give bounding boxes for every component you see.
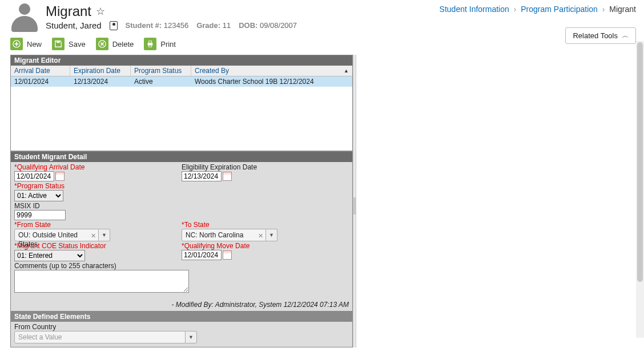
scrollbar-thumb[interactable] [637, 42, 643, 282]
calendar-icon[interactable] [55, 172, 65, 181]
save-label: Save [69, 40, 86, 48]
avatar [10, 3, 39, 32]
svg-rect-3 [57, 41, 59, 43]
new-button[interactable]: New [10, 38, 42, 50]
grid-header-row: Arrival Date Expiration Date Program Sta… [11, 66, 352, 76]
clear-icon[interactable]: ✕ [91, 231, 96, 240]
qualifying-arrival-date-input[interactable] [14, 171, 54, 181]
student-name: Student, Jared [46, 21, 102, 30]
save-button[interactable]: Save [52, 38, 86, 50]
comments-label: Comments (up to 255 characters) [14, 262, 349, 270]
chevron-right-icon: › [602, 5, 605, 14]
to-state-combo[interactable]: NC: North Carolina✕ ▼ [182, 229, 277, 241]
col-created-by[interactable]: Created By▲ [191, 66, 352, 76]
chevron-down-icon[interactable]: ▼ [186, 331, 197, 343]
eligibility-expiration-date-input[interactable] [182, 171, 222, 181]
col-arrival-date[interactable]: Arrival Date [11, 66, 70, 76]
print-button[interactable]: Print [144, 38, 176, 50]
qualifying-move-date-input[interactable] [182, 250, 222, 260]
from-state-value: OU: Outside United States✕ [14, 229, 99, 241]
student-grade: Grade: 11 [196, 21, 231, 30]
print-icon [144, 38, 156, 50]
to-state-label: *To State [182, 221, 349, 229]
cell-created: Woods Charter School 19B 12/12/2024 [191, 76, 352, 87]
student-dob: DOB: 09/08/2007 [239, 21, 297, 30]
eligibility-expiration-date-label: Eligibility Expiration Date [182, 163, 349, 171]
delete-icon [96, 38, 108, 50]
plus-icon [10, 38, 23, 50]
clear-icon[interactable]: ✕ [258, 231, 263, 240]
delete-label: Delete [112, 40, 134, 48]
breadcrumb-link-student-info[interactable]: Student Information [440, 5, 509, 14]
page-title: Migrant [46, 3, 91, 19]
save-icon [52, 38, 65, 50]
breadcrumb-link-program-participation[interactable]: Program Participation [521, 5, 598, 14]
cell-expiration: 12/13/2024 [70, 76, 131, 87]
cell-arrival: 12/01/2024 [11, 76, 70, 87]
migrant-editor-header: Migrant Editor [11, 55, 352, 66]
left-panel: Migrant Editor Arrival Date Expiration D… [10, 55, 353, 347]
print-label: Print [160, 40, 176, 48]
msix-id-input[interactable] [14, 210, 66, 220]
vertical-scrollbar[interactable] [636, 41, 644, 338]
chevron-down-icon[interactable]: ▼ [266, 229, 277, 241]
id-badge-icon[interactable] [110, 21, 118, 30]
comments-textarea[interactable] [14, 270, 189, 293]
migrant-editor-grid: Migrant Editor Arrival Date Expiration D… [10, 55, 353, 151]
from-state-combo[interactable]: OU: Outside United States✕ ▼ [14, 229, 110, 241]
from-country-label: From Country [14, 323, 349, 331]
delete-button[interactable]: Delete [96, 38, 134, 50]
page-header: Migrant ☆ Student, Jared Student #: 1234… [0, 0, 644, 34]
student-number: Student #: 123456 [126, 21, 189, 30]
program-status-select[interactable]: 01: Active [14, 190, 63, 201]
svg-rect-2 [15, 43, 19, 45]
msix-id-label: MSIX ID [14, 202, 190, 210]
from-country-combo[interactable]: Select a Value ▼ [14, 331, 197, 343]
svg-rect-6 [149, 41, 152, 43]
migrant-coe-status-select[interactable]: 01: Entered [14, 250, 85, 261]
from-country-value: Select a Value [14, 331, 186, 343]
calendar-icon[interactable] [223, 250, 232, 260]
modified-by-text: - Modified By: Administrator, System 12/… [11, 298, 352, 311]
state-defined-elements-panel: State Defined Elements From Country Sele… [10, 312, 353, 347]
related-tools-label: Related Tools [573, 31, 618, 40]
toolbar: New Save Delete Print [0, 34, 644, 55]
new-label: New [27, 40, 42, 48]
detail-panel-header: Student Migrant Detail [11, 152, 352, 162]
sort-asc-icon: ▲ [344, 68, 349, 74]
col-expiration-date[interactable]: Expiration Date [70, 66, 131, 76]
favorite-star-icon[interactable]: ☆ [96, 5, 105, 18]
cell-status: Active [131, 76, 191, 87]
grid-body[interactable]: 12/01/2024 12/13/2024 Active Woods Chart… [11, 76, 352, 151]
splitter-handle[interactable] [353, 55, 356, 347]
qualifying-arrival-date-label: *Qualifying Arrival Date [14, 163, 182, 171]
chevron-down-icon[interactable]: ▼ [99, 229, 110, 241]
student-migrant-detail-panel: Student Migrant Detail *Qualifying Arriv… [10, 151, 353, 312]
chevron-up-icon: ︿ [622, 31, 629, 40]
chevron-right-icon: › [514, 5, 517, 14]
content-area: Migrant Editor Arrival Date Expiration D… [0, 55, 644, 347]
to-state-value: NC: North Carolina✕ [182, 229, 266, 241]
breadcrumb-current: Migrant [609, 5, 636, 14]
calendar-icon[interactable] [223, 172, 232, 181]
from-state-label: *From State [14, 221, 182, 229]
related-tools-button[interactable]: Related Tools ︿ [565, 27, 636, 44]
state-panel-header: State Defined Elements [11, 312, 352, 322]
breadcrumb: Student Information › Program Participat… [440, 5, 636, 14]
qualifying-move-date-label: *Qualifying Move Date [182, 242, 349, 250]
col-program-status[interactable]: Program Status [131, 66, 191, 76]
program-status-label: *Program Status [14, 182, 190, 190]
table-row[interactable]: 12/01/2024 12/13/2024 Active Woods Chart… [11, 76, 352, 87]
migrant-coe-status-label: *Migrant COE Status Indicator [14, 242, 182, 250]
